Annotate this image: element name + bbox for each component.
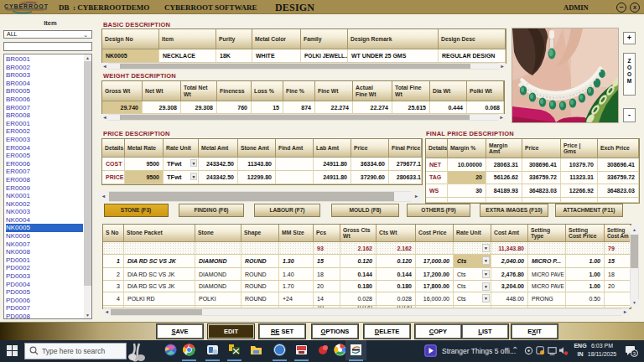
svg-text:CYBERROOT: CYBERROOT — [4, 3, 49, 9]
